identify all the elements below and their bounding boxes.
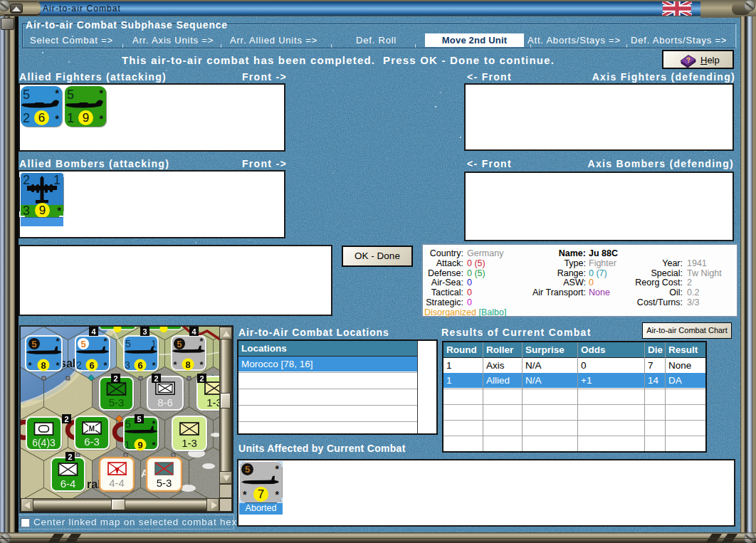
- svg-text:M: M: [89, 425, 95, 433]
- svg-text:5: 5: [137, 415, 141, 423]
- svg-text:4: 4: [191, 327, 196, 336]
- svg-text:2: 2: [76, 359, 82, 371]
- svg-text:3: 3: [125, 359, 130, 371]
- svg-text:5: 5: [31, 339, 36, 349]
- svg-text:8-6: 8-6: [157, 396, 173, 408]
- svg-text:5: 5: [125, 418, 131, 430]
- svg-text:5: 5: [80, 339, 85, 349]
- svg-text:2: 2: [199, 374, 204, 383]
- svg-text:4-4: 4-4: [109, 477, 125, 489]
- svg-text:8: 8: [41, 360, 46, 371]
- svg-text:6-4: 6-4: [61, 478, 76, 490]
- svg-text:2: 2: [113, 374, 117, 383]
- svg-text:1: 1: [125, 439, 130, 450]
- svg-text:5: 5: [177, 339, 182, 349]
- svg-text:9: 9: [137, 440, 142, 450]
- svg-text:6(4)3: 6(4)3: [32, 437, 56, 448]
- svg-text:5: 5: [125, 338, 131, 349]
- svg-text:3: 3: [142, 327, 147, 336]
- svg-text:1-3: 1-3: [206, 396, 219, 408]
- svg-text:8: 8: [185, 359, 190, 370]
- svg-text:2: 2: [64, 415, 68, 423]
- svg-text:4: 4: [91, 327, 96, 336]
- svg-text:5-3: 5-3: [109, 396, 125, 408]
- svg-text:6-3: 6-3: [84, 436, 100, 448]
- svg-text:6: 6: [137, 360, 142, 371]
- svg-text:6: 6: [89, 360, 94, 371]
- svg-text:5-3: 5-3: [157, 477, 172, 489]
- svg-text:1-3: 1-3: [182, 437, 197, 449]
- svg-text:2: 2: [154, 374, 158, 383]
- svg-text:2: 2: [68, 453, 72, 461]
